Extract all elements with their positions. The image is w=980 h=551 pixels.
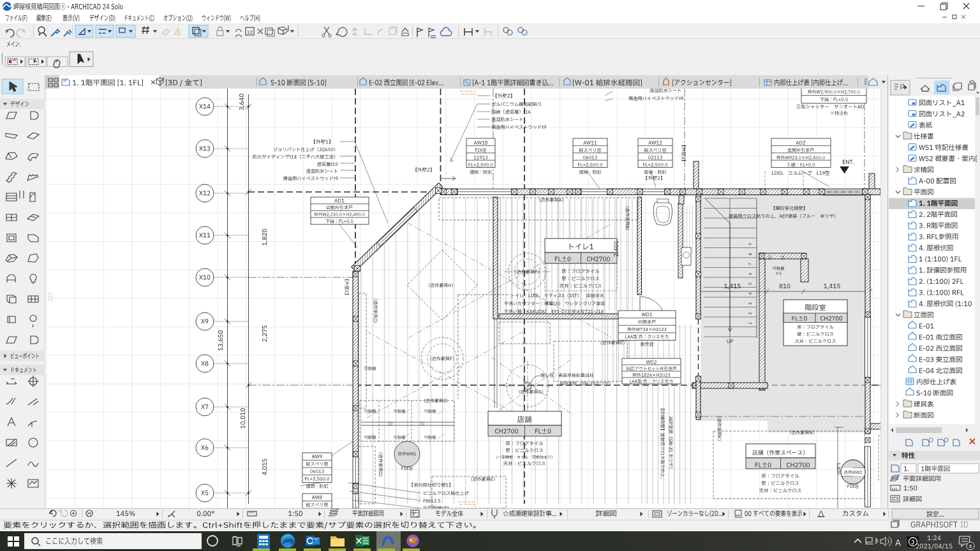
svg-text:12: 12 [247, 29, 253, 35]
svg-text:6: 6 [969, 543, 972, 549]
